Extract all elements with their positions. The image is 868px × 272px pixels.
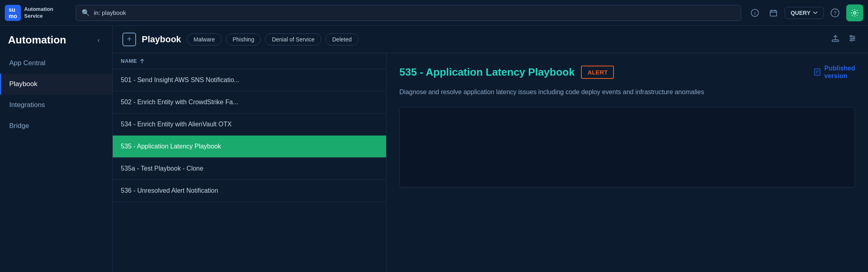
info-button[interactable]: i bbox=[748, 6, 762, 20]
svg-text:i: i bbox=[754, 10, 756, 16]
search-bar[interactable]: 🔍 in: playbook bbox=[76, 5, 741, 21]
topbar: sumo Automation Service 🔍 in: playbook i… bbox=[0, 0, 868, 26]
filter-tags: Malware Phishing Denial of Service Delet… bbox=[187, 33, 359, 45]
add-playbook-button[interactable]: + bbox=[122, 33, 136, 46]
alert-badge: ALERT bbox=[581, 66, 614, 79]
content-header: + Playbook Malware Phishing Denial of Se… bbox=[113, 26, 868, 53]
list-item[interactable]: 501 - Send Insight AWS SNS Notificatio..… bbox=[113, 69, 386, 91]
detail-title: 535 - Application Latency Playbook bbox=[399, 66, 575, 78]
list-item[interactable]: 534 - Enrich Entity with AlienVault OTX bbox=[113, 113, 386, 136]
export-button[interactable] bbox=[829, 32, 841, 46]
sidebar: Automation ‹ App Central Playbook Integr… bbox=[0, 26, 113, 272]
detail-panel: 535 - Application Latency Playbook ALERT… bbox=[386, 53, 868, 272]
svg-text:?: ? bbox=[833, 10, 836, 16]
logo-area: sumo Automation Service bbox=[5, 5, 69, 21]
sidebar-nav: App Central Playbook Integrations Bridge bbox=[0, 53, 112, 136]
sidebar-item-bridge[interactable]: Bridge bbox=[0, 115, 112, 136]
main-layout: Automation ‹ App Central Playbook Integr… bbox=[0, 26, 868, 272]
list-header: NAME bbox=[113, 53, 386, 69]
svg-rect-2 bbox=[770, 10, 777, 16]
detail-description: Diagnose and resolve application latency… bbox=[399, 87, 762, 97]
filter-deleted[interactable]: Deleted bbox=[325, 33, 358, 45]
sidebar-header: Automation ‹ bbox=[0, 26, 112, 53]
published-version-button[interactable]: Publishedversion bbox=[813, 64, 855, 80]
filter-phishing[interactable]: Phishing bbox=[226, 33, 261, 45]
svg-point-14 bbox=[853, 37, 855, 39]
published-label: Publishedversion bbox=[825, 64, 855, 80]
filter-malware[interactable]: Malware bbox=[187, 33, 222, 45]
svg-point-13 bbox=[850, 35, 852, 37]
logo-title: Automation Service bbox=[24, 6, 53, 20]
section-title: Playbook bbox=[142, 34, 181, 45]
detail-title-row: 535 - Application Latency Playbook ALERT… bbox=[399, 64, 855, 80]
settings-button[interactable] bbox=[846, 4, 863, 21]
help-button[interactable]: ? bbox=[828, 6, 842, 20]
logo-icon: sumo bbox=[5, 5, 21, 21]
list-item[interactable]: 502 - Enrich Entity with CrowdStrike Fa.… bbox=[113, 91, 386, 113]
list-items: 501 - Send Insight AWS SNS Notificatio..… bbox=[113, 69, 386, 272]
list-item-selected[interactable]: 535 - Application Latency Playbook bbox=[113, 136, 386, 158]
sidebar-item-integrations[interactable]: Integrations bbox=[0, 95, 112, 115]
svg-rect-9 bbox=[832, 40, 839, 41]
search-icon: 🔍 bbox=[82, 9, 90, 16]
query-button[interactable]: QUERY bbox=[785, 7, 824, 19]
sidebar-item-playbook[interactable]: Playbook bbox=[0, 74, 112, 95]
query-label: QUERY bbox=[791, 10, 810, 16]
content-header-left: + Playbook Malware Phishing Denial of Se… bbox=[122, 33, 359, 46]
filter-settings-button[interactable] bbox=[846, 32, 858, 46]
content-area: + Playbook Malware Phishing Denial of Se… bbox=[113, 26, 868, 272]
list-panel: NAME 501 - Send Insight AWS SNS Notifica… bbox=[113, 53, 386, 272]
list-column-name: NAME bbox=[121, 58, 145, 64]
detail-preview-area bbox=[399, 107, 855, 188]
list-item[interactable]: 536 - Unresolved Alert Notification bbox=[113, 180, 386, 202]
sidebar-collapse-button[interactable]: ‹ bbox=[93, 35, 104, 46]
split-view: NAME 501 - Send Insight AWS SNS Notifica… bbox=[113, 53, 868, 272]
search-input-value: in: playbook bbox=[94, 9, 126, 16]
sidebar-title: Automation bbox=[8, 34, 66, 46]
content-header-right bbox=[829, 32, 858, 46]
filter-denial-of-service[interactable]: Denial of Service bbox=[265, 33, 321, 45]
calendar-button[interactable] bbox=[766, 6, 781, 20]
sidebar-item-app-central[interactable]: App Central bbox=[0, 53, 112, 74]
list-item[interactable]: 535a - Test Playbook - Clone bbox=[113, 158, 386, 180]
svg-point-15 bbox=[851, 39, 852, 41]
svg-point-8 bbox=[854, 12, 856, 14]
topbar-right-actions: i QUERY ? bbox=[748, 4, 863, 21]
